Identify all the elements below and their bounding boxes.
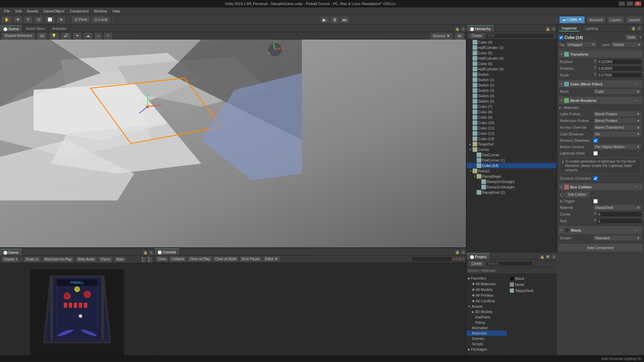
console-tab[interactable]: ⬤ Console	[154, 248, 180, 255]
editor-btn[interactable]: Editor ▼	[263, 256, 280, 262]
menu-window[interactable]: Window	[91, 8, 110, 14]
ramp-folder[interactable]: Ramp	[467, 320, 506, 325]
tree-item-ramp2[interactable]: ▼ Ramp2	[467, 168, 556, 174]
tree-item-switch5[interactable]: Switch (5)	[467, 99, 556, 104]
tree-item-cube6[interactable]: Cube (6)	[467, 61, 556, 66]
project-tab[interactable]: ⬤ Project	[467, 253, 490, 260]
project-lock-btn[interactable]: 🔒	[539, 254, 545, 260]
edit-collider-btn[interactable]: Edit Collider	[565, 192, 589, 197]
rotate-tool-btn[interactable]: ↻	[24, 16, 33, 23]
receive-shadows-checkbox[interactable]	[593, 138, 598, 143]
tree-item-switch[interactable]: Switch	[467, 72, 556, 77]
shading-mode-btn[interactable]: Shaded Wireframe	[1, 32, 35, 40]
inspector-menu-btn[interactable]: ≡	[637, 26, 642, 31]
tree-item-cube10[interactable]: Cube (10)	[467, 120, 556, 125]
scenes-folder[interactable]: Scenes	[467, 336, 506, 341]
hand-tool-btn[interactable]: ✋	[1, 16, 12, 23]
pause-btn[interactable]: ⏸	[330, 16, 339, 23]
menu-component[interactable]: Component	[67, 8, 91, 14]
mesh-value[interactable]: Cube ◎	[593, 89, 641, 94]
mesh-renderer-header[interactable]: ▼ Mesh Renderer ✎ ⋮	[558, 97, 643, 104]
transform-component-header[interactable]: ▼ Transform ⋮	[558, 51, 643, 58]
menu-assets[interactable]: Assets	[24, 8, 41, 14]
fx-btn[interactable]: ✦	[73, 32, 82, 40]
material-slippydesk[interactable]: SlippyDesk	[508, 288, 555, 294]
materials-folder[interactable]: Materials	[467, 330, 506, 336]
tree-item-halfcylinder5[interactable]: HalfCylinder (5)	[467, 66, 556, 72]
hierarchy-menu-btn[interactable]: ≡	[551, 26, 556, 32]
material-component-header[interactable]: ▼ Black. ✎ ⋮	[558, 226, 643, 234]
mute-audio-btn[interactable]: Mute Audio	[75, 256, 97, 262]
project-menu-btn[interactable]: ≡	[551, 254, 557, 260]
collab-btn[interactable]: ☁ Collab ▼	[559, 16, 585, 23]
game-tab[interactable]: ⬤ Game	[0, 249, 22, 255]
skybox-btn[interactable]: ☁	[83, 32, 93, 40]
minimize-btn[interactable]: ─	[619, 1, 625, 6]
stats-btn[interactable]: Stats	[114, 256, 126, 262]
all-prefabs-folder[interactable]: ◈ All Prefabs	[467, 292, 506, 298]
static-dropdown-arrow[interactable]: ▼	[639, 36, 642, 39]
mesh-renderer-context-btn[interactable]: ⋮	[638, 99, 641, 102]
mesh-filter-edit-btn[interactable]: ✎	[635, 82, 638, 86]
layout-btn[interactable]: Layout	[626, 16, 643, 23]
sound-btn[interactable]: 🔊	[61, 32, 71, 40]
center-x-field[interactable]	[597, 212, 642, 217]
step-btn[interactable]: ⏭	[340, 16, 350, 23]
hierarchy-lock-btn[interactable]: 🔒	[545, 26, 550, 32]
display-btn[interactable]: Display 1	[1, 256, 20, 262]
tree-item-halfcylinder3[interactable]: HalfCylinder (3)	[467, 45, 556, 50]
close-btn[interactable]: ✕	[635, 1, 641, 6]
railparts-folder[interactable]: RailParts	[467, 314, 506, 320]
hierarchy-tree[interactable]: Cube (4) HalfCylinder (3) Cube (5)	[467, 40, 556, 253]
menu-edit[interactable]: Edit	[13, 8, 24, 14]
game-menu-btn[interactable]: ≡	[149, 250, 154, 255]
menu-gameobject[interactable]: GameObject	[41, 8, 67, 14]
tree-item-cube9[interactable]: Cube (9)	[467, 115, 556, 120]
tree-item-cube12[interactable]: Cube (12)	[467, 131, 556, 136]
materials-foldout[interactable]: ▶ Materials	[559, 105, 642, 111]
transform-tool-btn[interactable]: ⊕	[57, 16, 66, 23]
asset-store-tab[interactable]: Asset Store	[22, 25, 49, 32]
hierarchy-tab[interactable]: ⬤ Hierarchy	[467, 25, 494, 32]
clear-on-build-btn[interactable]: Clear on Build	[213, 256, 239, 262]
mesh-filter-context-btn[interactable]: ⋮	[638, 82, 641, 86]
game-lock-btn[interactable]: 🔒	[143, 250, 148, 255]
tree-item-cube8[interactable]: Cube (8)	[467, 109, 556, 115]
material-context-btn[interactable]: ⋮	[638, 229, 641, 232]
reflection-probes-dropdown[interactable]: Blend Probes ▼	[593, 118, 641, 123]
assets-root-folder[interactable]: ▼ Assets	[467, 304, 506, 309]
transform-context-icon[interactable]: ⋮	[638, 53, 641, 56]
fog-btn[interactable]: ≈	[94, 32, 102, 40]
error-pause-btn[interactable]: Error Pause	[239, 256, 262, 262]
tree-item-cube7[interactable]: Cube (7)	[467, 104, 556, 109]
cast-shadows-dropdown[interactable]: On ▼	[593, 131, 641, 137]
packages-folder[interactable]: ▶ Packages	[467, 347, 506, 352]
scale-x-field[interactable]	[597, 72, 642, 78]
project-search-btn[interactable]: 🔍	[545, 254, 551, 260]
lighting-btn[interactable]: 💡	[49, 32, 59, 40]
all-materials-folder[interactable]: ◈ All Materials	[467, 281, 506, 287]
game-viewport[interactable]: PINBALL	[0, 263, 154, 362]
tree-item-switch4[interactable]: Switch (4)	[467, 93, 556, 99]
material-edit-btn[interactable]: ✎	[635, 229, 638, 232]
gizmos-btn[interactable]: Gizmos ▼	[430, 32, 453, 40]
tree-item-cube13[interactable]: Cube (13)	[467, 136, 556, 141]
flare-btn[interactable]: ✧	[104, 32, 113, 40]
layer-value[interactable]: Default ▼	[611, 42, 642, 47]
tree-item-cube5[interactable]: Cube (5)	[467, 50, 556, 56]
lighting-tab[interactable]: Lighting	[582, 26, 601, 31]
collapse-btn[interactable]: Collapse	[169, 256, 187, 262]
all-btn[interactable]: All	[454, 32, 465, 40]
tree-item-halfcylinder4[interactable]: HalfCylinder (4)	[467, 56, 556, 61]
2d-mode-btn[interactable]: 2D	[37, 32, 47, 40]
scene-menu-btn[interactable]: ≡	[461, 26, 466, 32]
move-tool-btn[interactable]: ✥	[13, 16, 22, 23]
rect-tool-btn[interactable]: ⬜	[45, 16, 55, 23]
shader-dropdown[interactable]: Standard ▼	[593, 235, 641, 241]
console-search[interactable]	[412, 256, 452, 262]
position-x-field[interactable]	[597, 59, 642, 64]
tree-item-ramproof1[interactable]: RampRoof (1)	[467, 190, 556, 195]
animation-folder[interactable]: Animation	[467, 325, 506, 330]
animator-tab[interactable]: Animator	[49, 25, 70, 32]
inspector-lock-btn[interactable]: 🔒	[631, 26, 636, 31]
